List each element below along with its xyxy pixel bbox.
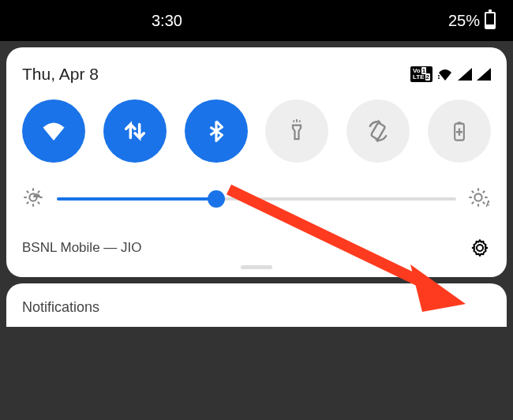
- settings-button[interactable]: [469, 237, 491, 259]
- svg-line-26: [472, 191, 474, 193]
- mobile-data-toggle[interactable]: [103, 99, 167, 163]
- auto-rotate-icon: [365, 118, 391, 144]
- svg-line-27: [483, 202, 485, 204]
- status-bar: 3:30 25%: [0, 0, 513, 41]
- drag-handle[interactable]: [241, 265, 272, 269]
- wifi-status-icon: [437, 68, 453, 81]
- svg-line-20: [38, 191, 39, 193]
- notifications-title: Notifications: [22, 299, 99, 315]
- bluetooth-toggle[interactable]: [185, 99, 248, 163]
- date-label[interactable]: Thu, Apr 8: [22, 65, 99, 84]
- signal-icon-1: [458, 68, 472, 81]
- battery-saver-toggle[interactable]: [428, 99, 491, 163]
- carrier-row: BSNL Mobile — JIO: [22, 237, 491, 259]
- wifi-icon: [39, 117, 68, 145]
- signal-icon-2: [477, 68, 491, 81]
- battery-saver-icon: [448, 120, 470, 142]
- bluetooth-icon: [204, 119, 228, 143]
- svg-point-0: [438, 75, 440, 77]
- volte-badge: Vo1 LTE2: [410, 66, 432, 82]
- svg-text:A: A: [485, 199, 489, 208]
- notifications-panel[interactable]: Notifications: [6, 283, 507, 327]
- panel-header: Thu, Apr 8 Vo1 LTE2: [22, 65, 491, 84]
- flashlight-icon: [285, 119, 309, 143]
- svg-line-28: [472, 202, 474, 204]
- svg-line-19: [27, 202, 28, 204]
- svg-line-29: [483, 191, 485, 193]
- svg-point-21: [474, 193, 481, 201]
- wifi-toggle[interactable]: [22, 99, 85, 163]
- svg-line-17: [27, 191, 28, 193]
- battery-pct: 25%: [448, 12, 480, 30]
- battery-icon: [485, 12, 496, 29]
- brightness-low-icon: [22, 186, 46, 212]
- quick-settings-panel: Thu, Apr 8 Vo1 LTE2: [6, 47, 507, 277]
- carrier-label: BSNL Mobile — JIO: [22, 240, 141, 256]
- auto-rotate-toggle[interactable]: [346, 99, 410, 163]
- gear-icon: [470, 238, 489, 257]
- svg-rect-9: [458, 122, 462, 123]
- auto-brightness-icon[interactable]: A: [467, 186, 491, 212]
- quick-toggles-row: [22, 99, 491, 163]
- svg-rect-5: [371, 122, 386, 139]
- svg-line-18: [38, 202, 39, 204]
- brightness-row: A: [22, 186, 491, 212]
- status-right: 25%: [448, 12, 496, 30]
- brightness-slider[interactable]: [57, 186, 456, 212]
- status-time: 3:30: [152, 12, 182, 30]
- flashlight-toggle[interactable]: [265, 99, 328, 163]
- mobile-data-icon: [122, 118, 148, 144]
- svg-point-1: [438, 77, 440, 79]
- header-status-icons: Vo1 LTE2: [410, 66, 491, 82]
